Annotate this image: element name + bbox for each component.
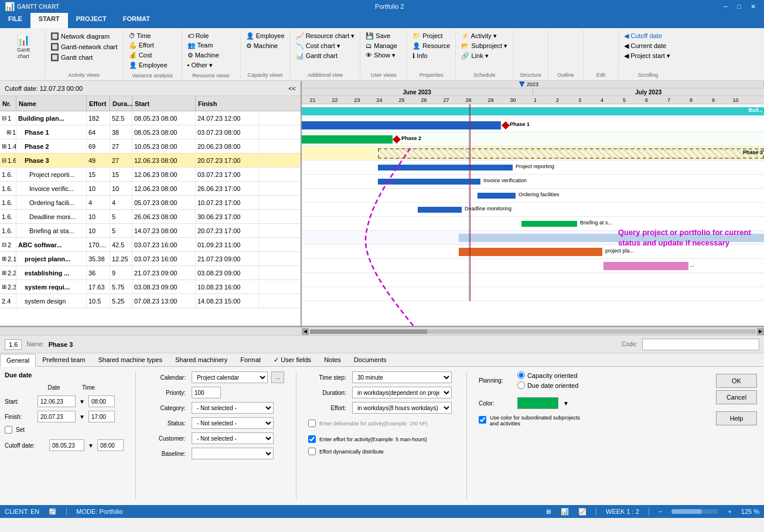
finish-date-input[interactable] [37, 411, 76, 422]
effort-button[interactable]: 💪 Effort [127, 41, 156, 50]
effort-enter-checkbox[interactable] [308, 435, 316, 443]
expand-icon[interactable]: ⊞ [6, 129, 11, 135]
expand-icon[interactable]: ⊞ [2, 143, 6, 149]
time-button[interactable]: ⏱ Time [127, 32, 153, 40]
category-select[interactable]: - Not selected - [192, 402, 274, 414]
expand-icon[interactable]: ⊞ [2, 270, 6, 276]
machine-button[interactable]: ⚙ Machine [186, 51, 221, 60]
window-controls[interactable]: ─ □ ✕ [720, 3, 759, 11]
other-button[interactable]: • Other ▾ [186, 61, 214, 70]
due-date-radio[interactable] [517, 381, 525, 389]
ok-button[interactable]: OK [716, 374, 757, 388]
tab-format[interactable]: Format [234, 353, 267, 366]
gantt-chart-add-button[interactable]: 📊 Gantt chart [294, 52, 339, 60]
expand-icon[interactable]: ⊞ [2, 284, 6, 290]
expand-icon[interactable]: ⊟ [2, 241, 6, 248]
cost-button[interactable]: 💰 Cost [127, 51, 154, 60]
expand-icon[interactable]: ⊟ [2, 115, 6, 121]
table-row[interactable]: ⊞2.1 project plann... 35.38 12.25 03.07.… [0, 252, 301, 266]
project-prop-button[interactable]: 📁 Project [411, 32, 444, 40]
link-button[interactable]: 🔗 Link ▾ [459, 52, 490, 60]
table-row[interactable]: 1.6. Deadline moni... 10 5 26.06.23 08:0… [0, 210, 301, 224]
collapse-button[interactable]: << [288, 85, 296, 92]
tab-documents[interactable]: Documents [347, 353, 393, 366]
manage-button[interactable]: 🗂 Manage [364, 42, 399, 50]
cancel-button[interactable]: Cancel [716, 390, 757, 404]
table-row[interactable]: ⊟2 ABC softwar... 170.... 42.5 03.07.23 … [0, 238, 301, 252]
zoom-plus[interactable]: + [728, 508, 731, 515]
team-button[interactable]: 👥 Team [186, 41, 215, 50]
start-date-input[interactable] [37, 395, 76, 407]
employee-capacity-button[interactable]: 👤 Employee [244, 32, 286, 40]
tab-user-fields[interactable]: ✓ User fields [267, 353, 318, 366]
table-row[interactable]: ⊟1 Building plan... 182 52.5 08.05.23 08… [0, 111, 301, 125]
scroll-left-btn[interactable]: ◀ [302, 328, 309, 335]
show-button[interactable]: 👁 Show ▾ [364, 51, 397, 60]
tab-preferred-team[interactable]: Preferred team [36, 353, 91, 366]
zoom-minus[interactable]: − [659, 508, 662, 515]
current-date-button[interactable]: ◀ Current date [622, 42, 668, 50]
table-row[interactable]: 1.6. Ordering facili... 4 4 05.07.23 08:… [0, 196, 301, 210]
maximize-icon[interactable]: □ [734, 3, 745, 11]
table-row[interactable]: 2.4 system design 10.5 5.25 07.08.23 13:… [0, 294, 301, 308]
icon2[interactable]: 📊 [561, 508, 569, 516]
deliverable-checkbox[interactable] [308, 420, 316, 427]
priority-input[interactable] [192, 387, 221, 398]
tab-general[interactable]: General [0, 354, 36, 367]
use-color-checkbox[interactable] [479, 416, 486, 424]
tab-shared-machine-types[interactable]: Shared machine types [92, 353, 169, 366]
table-row[interactable]: ⊞1.4 Phase 2 69 27 10.05.23 08:00 20.06.… [0, 139, 301, 154]
effort-select[interactable]: in workdays(8 hours workdays) [352, 402, 452, 414]
scroll-thumb[interactable] [310, 329, 427, 334]
cutoff-date-scroll-button[interactable]: ◀ Cutoff date [622, 32, 664, 40]
network-diagram-button[interactable]: 🔲Network diagram [49, 32, 111, 41]
capacity-radio[interactable] [517, 371, 525, 379]
resource-chart-button[interactable]: 📈 Resource chart ▾ [294, 32, 357, 40]
table-row[interactable]: 1.6. Briefing at sta... 10 5 14.07.23 08… [0, 224, 301, 238]
tab-shared-machinery[interactable]: Shared machinery [169, 353, 234, 366]
role-button[interactable]: 🏷 Role [186, 32, 211, 40]
tab-start[interactable]: START [30, 13, 68, 28]
expand-icon[interactable]: ⊟ [2, 157, 6, 163]
gantt-network-button[interactable]: 🔲Gantt-network chart [49, 42, 120, 52]
horizontal-scrollbar[interactable]: ◀ ▶ [0, 327, 764, 335]
activity-schedule-button[interactable]: ⚡ Activity ▾ [459, 32, 498, 40]
save-view-button[interactable]: 💾 Save [364, 32, 392, 40]
zoom-slider[interactable] [671, 509, 718, 514]
customer-select[interactable]: - Not selected - [192, 432, 274, 444]
icon3[interactable]: 📈 [578, 508, 586, 516]
baseline-select[interactable] [192, 448, 274, 459]
timestep-select[interactable]: 30 minute [352, 371, 452, 383]
minimize-icon[interactable]: ─ [720, 3, 732, 11]
duration-select[interactable]: in workdays(dependent on project c... [352, 387, 452, 398]
info-button[interactable]: ℹ Info [411, 52, 429, 60]
scroll-right-btn[interactable]: ▶ [757, 328, 764, 335]
machine-capacity-button[interactable]: ⚙ Machine [244, 42, 280, 50]
gantt-chart-button[interactable]: 📊 Ganttchart [6, 32, 41, 61]
expand-icon[interactable]: ⊞ [2, 255, 6, 262]
table-row[interactable]: 1.6. Invoice verific... 10 10 12.06.23 0… [0, 182, 301, 196]
cost-chart-button[interactable]: 📉 Cost chart ▾ [294, 42, 342, 50]
set-checkbox[interactable] [5, 426, 12, 434]
table-row[interactable]: ⊞2.2 establishing ... 36 9 21.07.23 09:0… [0, 266, 301, 280]
subproject-button[interactable]: 📂 Subproject ▾ [459, 42, 509, 50]
table-row[interactable]: ⊞2.3 system requi... 17.63 5.75 03.08.23… [0, 280, 301, 294]
refresh-icon[interactable]: 🔄 [49, 508, 57, 516]
table-row-phase3[interactable]: ⊟1.6 Phase 3 49 27 12.06.23 08:00 20.07.… [0, 154, 301, 168]
tab-file[interactable]: FILE [0, 13, 30, 28]
effort-distribute-checkbox[interactable] [308, 448, 316, 455]
icon1[interactable]: 🖥 [545, 508, 551, 515]
calendar-select[interactable]: Project calendar [192, 371, 268, 383]
table-row[interactable]: 1.6. Project reporti... 15 15 12.06.23 0… [0, 168, 301, 182]
employee-variance-button[interactable]: 👤 Employee [127, 61, 169, 70]
tab-project[interactable]: PROJECT [68, 13, 115, 28]
status-select[interactable]: - Not selected - [192, 417, 274, 429]
scroll-track[interactable] [310, 329, 756, 334]
gantt-chart-small-button[interactable]: 🔲Gantt chart [49, 53, 94, 62]
tab-notes[interactable]: Notes [318, 353, 347, 366]
resource-prop-button[interactable]: 👤 Resource [411, 42, 452, 50]
calendar-browse-btn[interactable]: ... [271, 371, 284, 383]
help-button[interactable]: Help [716, 411, 757, 425]
cutoff-date-input[interactable] [49, 439, 84, 451]
color-picker[interactable] [517, 397, 558, 409]
